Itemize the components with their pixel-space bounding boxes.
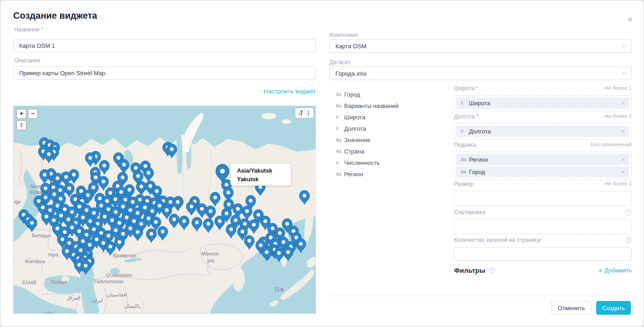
dataset-field-item[interactable]: AaВарианты названий bbox=[336, 100, 445, 112]
mapping-dropzone[interactable] bbox=[454, 219, 632, 234]
help-icon[interactable]: ? bbox=[489, 267, 495, 274]
field-chip[interactable]: #Широта× bbox=[456, 97, 629, 109]
map-preview[interactable]: SuomiFinlandigeБеларусУкраRomâniaΕλλάδTü… bbox=[13, 106, 316, 314]
add-filter-link[interactable]: + Добавить bbox=[598, 266, 632, 274]
dataset-field-item[interactable]: AaГород bbox=[336, 89, 445, 100]
map-marker-pin[interactable] bbox=[146, 229, 156, 243]
map-marker-pin[interactable] bbox=[296, 239, 306, 253]
map-marker-pin[interactable] bbox=[98, 176, 108, 190]
map-marker-pin[interactable] bbox=[186, 201, 196, 215]
map-marker-pin[interactable] bbox=[179, 216, 189, 230]
map-marker-pin[interactable] bbox=[249, 220, 259, 234]
map-marker-pin[interactable] bbox=[158, 226, 168, 240]
mapping-label: Подпись bbox=[454, 142, 476, 148]
close-icon[interactable]: × bbox=[628, 15, 633, 24]
mapping-dropzone[interactable] bbox=[454, 191, 632, 206]
help-icon[interactable]: ? bbox=[625, 209, 632, 215]
map-marker-pin[interactable] bbox=[85, 153, 95, 167]
tooltip-line-2: Yakutsk bbox=[237, 175, 291, 184]
field-chip[interactable]: AaГород× bbox=[456, 166, 629, 178]
map-marker-pin[interactable] bbox=[203, 219, 213, 233]
mapping-label: Размер bbox=[454, 181, 474, 187]
mapping-dropzone[interactable]: AaРегион×AaГород× bbox=[454, 152, 632, 180]
chip-name: Город bbox=[469, 169, 485, 175]
remove-chip-icon[interactable]: × bbox=[621, 128, 625, 135]
map-marker-pin[interactable] bbox=[244, 235, 254, 250]
chip-name: Долгота bbox=[469, 128, 491, 135]
mapping-label: Сортировка bbox=[454, 209, 485, 215]
map-markers-layer[interactable] bbox=[14, 106, 316, 314]
field-name: Численность bbox=[344, 159, 380, 166]
mapping-dropzone[interactable]: #Широта× bbox=[454, 95, 632, 111]
component-value: Карта OSM bbox=[335, 43, 366, 50]
remove-chip-icon[interactable]: × bbox=[621, 100, 625, 107]
map-zoom-in-button[interactable]: + bbox=[16, 109, 26, 119]
field-type-icon: # bbox=[461, 101, 469, 106]
map-marker-pin[interactable] bbox=[119, 159, 129, 174]
component-label: Компонент bbox=[330, 32, 358, 38]
map-marker-pin[interactable] bbox=[299, 190, 309, 204]
map-marker-pin[interactable] bbox=[114, 237, 124, 251]
description-label: Описание bbox=[14, 57, 41, 64]
name-input[interactable] bbox=[13, 39, 316, 52]
map-marker-pin[interactable] bbox=[283, 247, 293, 261]
configure-widget-link[interactable]: Настроить виджет bbox=[13, 88, 316, 95]
map-marker-pin[interactable] bbox=[99, 160, 109, 174]
map-marker-pin[interactable] bbox=[262, 247, 272, 261]
remove-chip-icon[interactable]: × bbox=[621, 156, 625, 163]
map-marker-pin[interactable] bbox=[206, 206, 216, 220]
map-marker-pin[interactable] bbox=[173, 197, 183, 211]
map-marker-pin[interactable] bbox=[133, 227, 143, 241]
map-marker-pin[interactable] bbox=[105, 241, 115, 255]
map-marker-pin[interactable] bbox=[144, 168, 154, 182]
help-icon[interactable]: ? bbox=[625, 237, 632, 243]
mapping-label: Количество записей на странице bbox=[454, 237, 541, 243]
create-widget-modal: Создание виджета × Название * Описание Н… bbox=[0, 0, 644, 327]
map-marker-pin[interactable] bbox=[169, 214, 179, 228]
map-marker-pin[interactable] bbox=[215, 216, 225, 230]
description-input[interactable] bbox=[13, 66, 316, 80]
field-type-icon: Aa bbox=[336, 103, 344, 108]
map-marker-pin[interactable] bbox=[242, 206, 252, 220]
component-select[interactable]: Карта OSM bbox=[330, 39, 632, 53]
remove-chip-icon[interactable]: × bbox=[621, 169, 625, 175]
map-fit-bounds-button[interactable]: ⇧ bbox=[16, 120, 26, 130]
dataset-field-item[interactable]: #Долгота bbox=[336, 123, 445, 134]
map-zoom-out-button[interactable]: − bbox=[28, 109, 38, 119]
map-marker-pin[interactable] bbox=[167, 144, 177, 158]
cancel-button[interactable]: Отменить bbox=[551, 301, 592, 315]
dataset-field-item[interactable]: #Широта bbox=[336, 112, 445, 123]
field-name: Город bbox=[344, 91, 360, 98]
filters-label: Фильтры bbox=[454, 266, 485, 274]
map-marker-pin[interactable] bbox=[210, 192, 220, 206]
dataset-select[interactable]: Города.xlsx bbox=[330, 66, 632, 80]
map-marker-pin[interactable] bbox=[27, 218, 37, 232]
dataset-field-item[interactable]: AaСтрана bbox=[336, 146, 445, 157]
map-marker-pin[interactable] bbox=[136, 181, 146, 195]
field-type-icon: Aa bbox=[336, 172, 344, 177]
tooltip-line-1: Asia/Yakutsk bbox=[237, 167, 291, 175]
field-chip[interactable]: AaРегион× bbox=[456, 154, 629, 165]
map-marker-pin[interactable] bbox=[274, 248, 284, 262]
mapping-row: Долгота *Не более 1#Долгота× bbox=[454, 113, 632, 139]
map-marker-pin[interactable] bbox=[81, 261, 91, 275]
map-marker-pin[interactable] bbox=[44, 149, 54, 163]
chevron-down-icon bbox=[621, 70, 626, 75]
map-marker-pin[interactable] bbox=[226, 224, 236, 238]
map-marker-pin[interactable] bbox=[40, 169, 50, 184]
field-name: Долгота bbox=[344, 125, 366, 132]
mapping-dropzone[interactable]: #Долгота× bbox=[454, 123, 632, 139]
field-chip[interactable]: #Долгота× bbox=[456, 126, 629, 137]
map-marker-tooltip: Asia/Yakutsk Yakutsk bbox=[230, 163, 291, 186]
create-button[interactable]: Создать bbox=[596, 301, 631, 315]
dataset-field-item[interactable]: AaРегион bbox=[336, 169, 445, 180]
mapping-dropzone[interactable] bbox=[454, 247, 632, 261]
dataset-field-item[interactable]: AaЗначение bbox=[336, 134, 445, 146]
sort-az-icon[interactable]: ↓AZ bbox=[298, 110, 303, 116]
map-options-toolbar[interactable]: ↓AZ ⋮ bbox=[295, 108, 314, 118]
kebab-menu-icon[interactable]: ⋮ bbox=[305, 110, 311, 116]
field-name: Регион bbox=[344, 171, 363, 178]
dataset-field-item[interactable]: #Численность bbox=[336, 157, 445, 169]
map-marker-pin[interactable] bbox=[192, 217, 202, 231]
dataset-value: Города.xlsx bbox=[335, 70, 366, 77]
